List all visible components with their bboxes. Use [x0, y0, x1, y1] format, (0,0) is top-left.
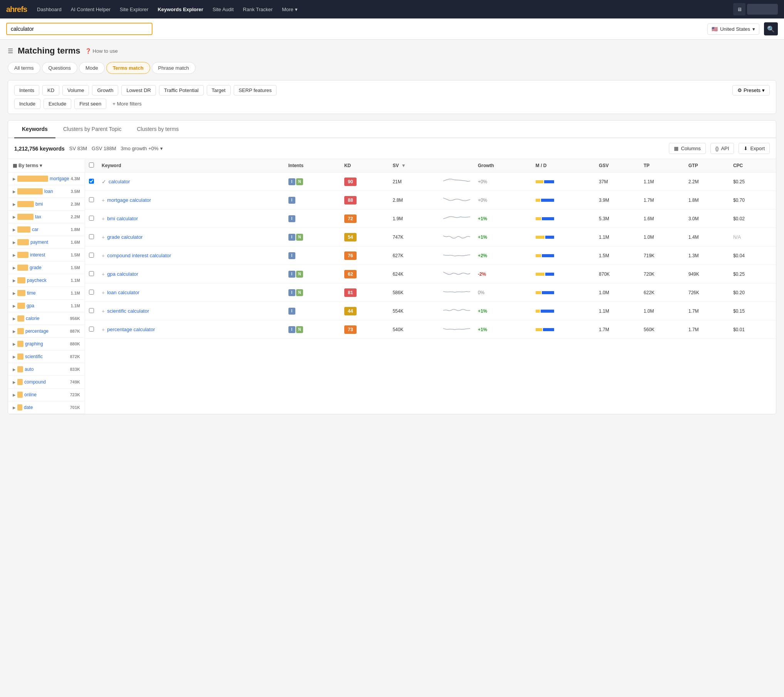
- keyword-link[interactable]: mortgage calculator: [107, 197, 151, 203]
- cluster-item[interactable]: ▶ compound 749K: [8, 376, 85, 389]
- cluster-name[interactable]: percentage: [25, 328, 49, 334]
- row-checkbox[interactable]: [89, 271, 94, 276]
- tab-all-terms[interactable]: All terms: [8, 62, 40, 74]
- add-icon[interactable]: +: [102, 234, 105, 240]
- row-checkbox[interactable]: [89, 290, 94, 295]
- filter-first-seen[interactable]: First seen: [74, 99, 106, 109]
- cluster-name[interactable]: payment: [30, 240, 48, 245]
- nav-site-explorer[interactable]: Site Explorer: [116, 4, 152, 15]
- filter-growth[interactable]: Growth: [92, 85, 118, 96]
- add-icon[interactable]: +: [102, 271, 105, 277]
- filter-include[interactable]: Include: [14, 99, 40, 109]
- keyword-link[interactable]: scientific calculator: [107, 308, 149, 314]
- row-checkbox[interactable]: [89, 327, 94, 332]
- tab-questions[interactable]: Questions: [42, 62, 78, 74]
- cluster-item[interactable]: ▶ auto 833K: [8, 363, 85, 376]
- cluster-name[interactable]: scientific: [25, 354, 43, 359]
- user-avatar[interactable]: [747, 4, 778, 15]
- help-link[interactable]: ❓ How to use: [85, 48, 118, 54]
- keyword-link[interactable]: grade calculator: [107, 234, 143, 240]
- add-icon[interactable]: +: [102, 308, 105, 314]
- add-icon[interactable]: +: [102, 327, 105, 333]
- cluster-name[interactable]: tax: [35, 214, 41, 219]
- cluster-item[interactable]: ▶ payment 1.6M: [8, 236, 85, 249]
- th-sv[interactable]: SV ▼: [389, 159, 439, 173]
- more-filters-link[interactable]: + More filters: [109, 99, 145, 109]
- filter-exclude[interactable]: Exclude: [44, 99, 71, 109]
- tab-mode[interactable]: Mode: [79, 62, 105, 74]
- tab-phrase-match[interactable]: Phrase match: [152, 62, 196, 74]
- tab-terms-match[interactable]: Terms match: [106, 62, 150, 74]
- filter-volume[interactable]: Volume: [62, 85, 89, 96]
- keyword-link[interactable]: bmi calculator: [107, 216, 138, 221]
- keyword-link[interactable]: percentage calculator: [107, 327, 155, 332]
- row-checkbox[interactable]: [89, 197, 94, 202]
- add-icon[interactable]: +: [102, 197, 105, 203]
- filter-lowest-dr[interactable]: Lowest DR: [121, 85, 156, 96]
- add-icon[interactable]: +: [102, 216, 105, 222]
- cluster-name[interactable]: grade: [30, 265, 42, 270]
- cluster-item[interactable]: ▶ mortgage 4.3M: [8, 173, 85, 185]
- filter-traffic-potential[interactable]: Traffic Potential: [159, 85, 204, 96]
- row-checkbox[interactable]: [89, 234, 94, 239]
- cluster-header[interactable]: ▦ By terms ▾: [8, 159, 85, 173]
- row-checkbox[interactable]: [89, 216, 94, 221]
- hamburger-icon[interactable]: ☰: [8, 47, 13, 55]
- cluster-name[interactable]: graphing: [25, 341, 43, 347]
- filter-target[interactable]: Target: [207, 85, 231, 96]
- sub-tab-clusters-terms[interactable]: Clusters by terms: [129, 121, 186, 138]
- nav-rank-tracker[interactable]: Rank Tracker: [239, 4, 276, 15]
- sub-tab-clusters-parent[interactable]: Clusters by Parent Topic: [55, 121, 129, 138]
- cluster-name[interactable]: online: [24, 392, 37, 397]
- keyword-link[interactable]: loan calculator: [107, 290, 139, 295]
- cluster-item[interactable]: ▶ date 701K: [8, 401, 85, 414]
- cluster-item[interactable]: ▶ interest 1.5M: [8, 249, 85, 261]
- cluster-name[interactable]: date: [24, 405, 33, 410]
- cluster-item[interactable]: ▶ car 1.8M: [8, 223, 85, 236]
- cluster-name[interactable]: interest: [30, 252, 45, 258]
- export-button[interactable]: ⬇ Export: [739, 143, 770, 154]
- cluster-item[interactable]: ▶ grade 1.5M: [8, 261, 85, 274]
- keyword-link[interactable]: gpa calculator: [107, 271, 138, 277]
- cluster-item[interactable]: ▶ bmi 2.3M: [8, 198, 85, 211]
- nav-dashboard[interactable]: Dashboard: [33, 4, 65, 15]
- monitor-icon-button[interactable]: 🖥: [733, 3, 745, 15]
- cluster-item[interactable]: ▶ online 723K: [8, 389, 85, 401]
- cluster-item[interactable]: ▶ tax 2.2M: [8, 211, 85, 223]
- filter-intents[interactable]: Intents: [14, 85, 39, 96]
- cluster-name[interactable]: compound: [24, 379, 46, 385]
- keyword-link[interactable]: compound interest calculator: [107, 253, 171, 258]
- row-checkbox[interactable]: [89, 308, 94, 313]
- cluster-name[interactable]: loan: [44, 189, 53, 194]
- cluster-name[interactable]: car: [32, 227, 39, 232]
- cluster-name[interactable]: bmi: [35, 201, 43, 207]
- sub-tab-keywords[interactable]: Keywords: [14, 121, 55, 138]
- growth-filter[interactable]: 3mo growth +0% ▾: [121, 146, 163, 151]
- presets-button[interactable]: ⚙ Presets ▾: [732, 85, 770, 96]
- cluster-name[interactable]: mortgage: [50, 176, 69, 181]
- add-icon[interactable]: +: [102, 290, 105, 296]
- cluster-name[interactable]: calorie: [26, 316, 39, 321]
- country-selector[interactable]: 🇺🇸 United States ▾: [707, 23, 759, 35]
- filter-kd[interactable]: KD: [42, 85, 59, 96]
- cluster-name[interactable]: paycheck: [27, 278, 47, 283]
- logo[interactable]: ahrefs: [6, 5, 27, 14]
- keyword-link[interactable]: calculator: [109, 179, 130, 184]
- api-button[interactable]: {} API: [710, 143, 734, 154]
- cluster-item[interactable]: ▶ loan 3.5M: [8, 185, 85, 198]
- nav-keywords-explorer[interactable]: Keywords Explorer: [154, 4, 207, 15]
- columns-button[interactable]: ▦ Columns: [669, 143, 705, 154]
- filter-serp-features[interactable]: SERP features: [234, 85, 277, 96]
- add-icon[interactable]: +: [102, 253, 105, 259]
- nav-more[interactable]: More ▾: [278, 4, 302, 15]
- row-checkbox[interactable]: [89, 179, 94, 184]
- cluster-item[interactable]: ▶ gpa 1.1M: [8, 300, 85, 312]
- cluster-item[interactable]: ▶ graphing 880K: [8, 338, 85, 350]
- cluster-item[interactable]: ▶ paycheck 1.1M: [8, 274, 85, 287]
- search-input[interactable]: [6, 23, 152, 35]
- cluster-name[interactable]: auto: [25, 367, 34, 372]
- search-button[interactable]: 🔍: [764, 22, 778, 35]
- nav-site-audit[interactable]: Site Audit: [209, 4, 238, 15]
- cluster-item[interactable]: ▶ percentage 887K: [8, 325, 85, 338]
- row-checkbox[interactable]: [89, 253, 94, 258]
